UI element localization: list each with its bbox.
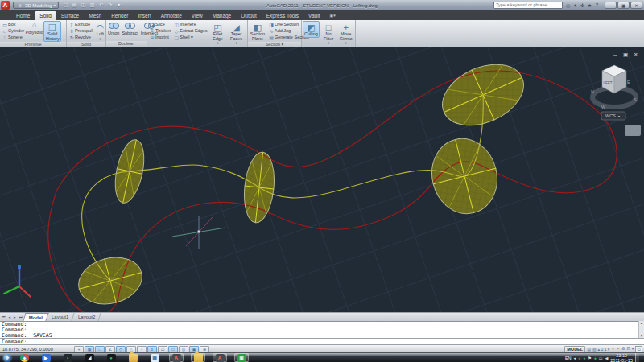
tray-spotify-icon[interactable]: ● (594, 356, 597, 360)
sphere-button[interactable]: ○Sphere (1, 34, 25, 40)
hidden-icons-arrow-icon[interactable]: ◂ (574, 356, 576, 360)
taskbar-notes-icon[interactable]: ▣ (234, 353, 249, 362)
doc-minimize-icon[interactable]: ─ (613, 51, 617, 57)
doc-close-icon[interactable]: ✕ (634, 51, 638, 57)
doc-restore-icon[interactable]: ▣ (623, 51, 628, 57)
navbar-panel[interactable] (625, 125, 641, 136)
workspace-switcher[interactable]: ⚙ 3D Modeling ▾ (13, 2, 59, 9)
layout-nav-0-icon[interactable]: ⏮ (0, 315, 7, 320)
language-indicator[interactable]: EN (565, 356, 572, 360)
polysolid-button[interactable]: ⌂Polysolid (26, 21, 43, 35)
section-plane-button[interactable]: ◧Section Plane (249, 21, 266, 42)
restore-button[interactable]: ▣ (617, 2, 630, 9)
ortho-toggle[interactable]: ∟ (95, 346, 105, 352)
autocad-app-button[interactable]: A (1, 1, 10, 10)
tray-app-teal-icon[interactable]: ● (583, 356, 585, 360)
grid-toggle[interactable]: ▦ (85, 346, 94, 352)
command-input-line[interactable]: Command: (0, 338, 644, 344)
snap-toggle[interactable]: + (74, 346, 84, 352)
taper-faces-button[interactable]: ◢Taper Faces▾ (228, 21, 246, 47)
toolbar-lock-icon[interactable]: ⊡ (627, 346, 630, 352)
volume-icon[interactable]: ◀ (605, 356, 608, 360)
layout-tab-model[interactable]: Model (23, 313, 49, 321)
transparency-toggle[interactable]: ◎ (179, 346, 188, 352)
annotation-scale-control[interactable]: ▴ 1:1 ▾ (598, 347, 610, 352)
workspace-switch-icon[interactable]: ⚙ (621, 346, 625, 352)
command-scrollbar[interactable]: ▲▼ (638, 321, 644, 338)
clean-screen-button[interactable]: ▭ (635, 346, 642, 352)
taskbar-photo-viewer-icon[interactable]: ▦ (147, 353, 162, 362)
subtract-button[interactable]: Subtract (121, 21, 138, 35)
search-input[interactable] (493, 2, 563, 9)
action-center-flag-icon[interactable]: ⚑ (588, 356, 591, 360)
viewcube[interactable]: N E S W LEFT WCS ▾ (591, 65, 641, 136)
selection-cycling-toggle[interactable]: ⊕ (200, 346, 209, 352)
subscription-center-icon[interactable]: ✶ (572, 2, 579, 8)
tray-app-red-icon[interactable]: ● (578, 356, 580, 360)
communication-center-icon[interactable]: ✣ (579, 2, 586, 8)
revolve-button[interactable]: ↻Revolve (68, 34, 94, 40)
taskbar-zune-icon[interactable]: ◢ (82, 353, 97, 362)
favorites-icon[interactable]: ★ (586, 2, 593, 8)
box-button[interactable]: ▭Box (1, 21, 25, 27)
culling-button[interactable]: ◩Culling (303, 21, 320, 38)
ribbon-options-icon[interactable]: ▣▾ (329, 11, 335, 20)
plot-icon[interactable]: ▥ (89, 2, 97, 9)
quick-view-drawings-icon[interactable]: ▥ (592, 347, 597, 352)
start-button[interactable]: ❖ (3, 354, 11, 362)
annotation-autoscale-icon[interactable]: ✶ (617, 346, 620, 352)
tab-render[interactable]: Render (106, 11, 133, 20)
ducs-toggle[interactable]: ≡ (147, 346, 157, 352)
annotation-visibility-icon[interactable]: ☀ (611, 346, 614, 352)
viewcube-face-label[interactable]: LEFT (604, 81, 613, 85)
qat-dropdown-icon[interactable]: ▾ (115, 2, 123, 9)
command-history[interactable]: Command:Command:Command: _SAVEAS (0, 321, 644, 338)
3d-osnap-toggle[interactable]: △ (126, 346, 136, 352)
otrack-toggle[interactable]: ○ (137, 346, 147, 352)
compass-n[interactable]: N (591, 89, 594, 94)
tab-insert[interactable]: Insert (133, 11, 155, 20)
tab-express-tools[interactable]: Express Tools (262, 11, 303, 20)
fillet-edge-button[interactable]: ◰Fillet Edge▾ (209, 21, 227, 47)
move-gizmo-button[interactable]: +Move Gizmo▾ (337, 21, 354, 47)
show-desktop-button[interactable] (635, 353, 639, 362)
compass-e[interactable]: E (627, 80, 630, 84)
quick-properties-toggle[interactable]: ▣ (189, 346, 199, 352)
tab-solid[interactable]: Solid (35, 11, 56, 20)
help-icon[interactable]: ? (593, 2, 601, 8)
taskbar-media-player-icon[interactable]: ▶ (39, 353, 53, 362)
taskbar-autocad2-icon[interactable]: A (213, 353, 227, 362)
interfere-button[interactable]: ◫Interfere (172, 21, 208, 27)
taskbar-folder2-icon[interactable] (191, 353, 205, 362)
drawing-canvas[interactable]: N E S W LEFT WCS ▾ ─ ▣ ✕ (0, 47, 644, 312)
model-space-button[interactable]: MODEL (564, 346, 585, 352)
wcs-label[interactable]: WCS (605, 113, 616, 118)
loft-button[interactable]: ◠Loft▾ (95, 21, 106, 42)
open-file-icon[interactable]: ▤ (71, 2, 79, 9)
tab-vault[interactable]: Vault (303, 11, 324, 20)
polar-toggle[interactable]: ∠ (105, 346, 115, 352)
extrude-button[interactable]: ⇧Extrude (68, 21, 94, 27)
taskbar-autocad-icon[interactable]: A (169, 353, 184, 362)
lwt-toggle[interactable]: □ (168, 346, 178, 352)
save-icon[interactable]: ◫ (80, 2, 88, 9)
tab-home[interactable]: Home (11, 11, 35, 20)
network-icon[interactable]: ▭ (599, 356, 603, 360)
cylinder-button[interactable]: ▱Cylinder (1, 27, 25, 34)
taskbar-chrome-icon[interactable] (17, 353, 31, 362)
redo-icon[interactable]: ↷ (106, 2, 114, 9)
osnap-toggle[interactable]: ◇ (116, 346, 126, 352)
compass-s[interactable]: S (634, 97, 637, 102)
no-filter-button[interactable]: □No Filter▾ (320, 21, 337, 47)
minimize-button[interactable]: ─ (605, 2, 617, 9)
taskbar-explorer-icon[interactable] (126, 353, 140, 362)
dyn-toggle[interactable]: ▭ (158, 346, 167, 352)
taskbar-spotify-icon[interactable]: ● (104, 353, 118, 362)
new-file-icon[interactable]: ▢ (62, 2, 70, 9)
tab-surface[interactable]: Surface (56, 11, 84, 20)
solid-history-button[interactable]: ❏Solid History (43, 21, 61, 42)
shell-button[interactable]: ▢Shell ▾ (172, 34, 208, 40)
app-status-arrow-icon[interactable]: ▾ (632, 346, 634, 352)
search-icon[interactable]: ◎ (564, 2, 572, 8)
imprint-button[interactable]: ⊞Imprint (148, 34, 171, 40)
